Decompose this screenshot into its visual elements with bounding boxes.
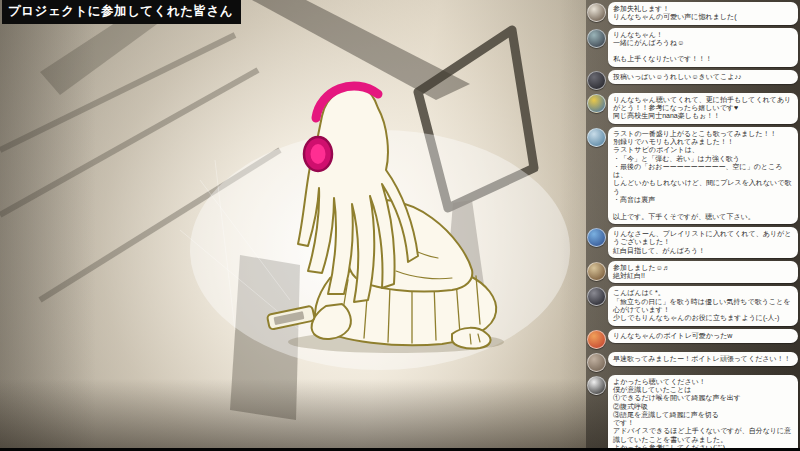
chat-message-line: しんどいかもしれないけど、間にブレスを入れないで歌う bbox=[613, 179, 793, 196]
chat-message-line: りんなちゃんのボイトレ可愛かったw bbox=[613, 332, 793, 340]
chat-message-line: 別録りでハモリも入れてみました！！ bbox=[613, 138, 793, 146]
chat-message-bubble: りんなちゃん聴いてくれて、更に拍手もしてくれてありがとう！！参考になったら嬉しい… bbox=[608, 93, 798, 124]
chat-message-line: 参加しました☺♬ bbox=[613, 264, 793, 272]
chat-message-line: りんなちゃん聴いてくれて、更に拍手もしてくれてありがとう！！参考になったら嬉しい… bbox=[613, 96, 793, 113]
chat-message-line: 紅白目指して、がんばろう！ bbox=[613, 247, 793, 255]
avatar[interactable] bbox=[587, 228, 606, 247]
chat-message-line: りんなちゃんの可愛い声に惚れました( bbox=[613, 13, 793, 21]
chat-message-bubble: りんなちゃんのボイトレ可愛かったw bbox=[608, 329, 798, 343]
chat-message: りんなさーん、プレイリストに入れてくれて、ありがとうございました！紅白目指して、… bbox=[587, 227, 798, 258]
chat-message-bubble: こんばんは☾*。「旅立ちの日に」を歌う時は優しい気持ちで歌うことを心がけています… bbox=[608, 286, 798, 325]
chat-message-line: ②腹式呼吸 bbox=[613, 403, 793, 411]
chat-message-bubble: 参加失礼します！りんなちゃんの可愛い声に惚れました( bbox=[608, 2, 798, 25]
headphone-earcup-inner bbox=[311, 144, 326, 164]
chat-message-line: 早速歌ってみましたー！ボイトレ頑張ってください！！ bbox=[613, 355, 793, 363]
chat-message-line: 参加失礼します！ bbox=[613, 5, 793, 13]
chat-message-line: 僕が意識していたことは bbox=[613, 386, 793, 394]
smartphone bbox=[267, 306, 315, 330]
chat-panel: 参加失礼します！りんなちゃんの可愛い声に惚れました( りんなちゃん！一緒にがんば… bbox=[586, 0, 800, 451]
chat-message-bubble: 参加しました☺♬絶対紅白!! bbox=[608, 261, 798, 284]
chat-message-line bbox=[613, 204, 793, 212]
avatar[interactable] bbox=[587, 262, 606, 281]
chat-message-line: 私も上手くなりたいです！！！ bbox=[613, 55, 793, 63]
chat-message-line: ①できるだけ喉を開いて綺麗な声を出す bbox=[613, 394, 793, 402]
chat-message-line: です！ bbox=[613, 419, 793, 427]
avatar[interactable] bbox=[587, 330, 606, 349]
chat-message-bubble: 早速歌ってみましたー！ボイトレ頑張ってください！！ bbox=[608, 352, 798, 366]
chat-message-line: ・最後の「おおーーーーーーーーー、空に」のところは、 bbox=[613, 163, 793, 180]
avatar[interactable] bbox=[587, 94, 606, 113]
chat-message-line: 一緒にがんばろうね☺ bbox=[613, 39, 793, 47]
chat-message: 参加しました☺♬絶対紅白!! bbox=[587, 261, 798, 284]
avatar[interactable] bbox=[587, 71, 606, 90]
chat-message-line: ラストの一番盛り上がるとこも歌ってみました！！ bbox=[613, 130, 793, 138]
chat-message-line: アドバイスできるほど上手くないですが、自分なりに意識していたことを書いてみました… bbox=[613, 427, 793, 444]
chat-message-bubble: 投稿いっぱい☺うれしい☺きいてこよ♪♪ bbox=[608, 70, 798, 84]
chat-message-line: 「旅立ちの日に」を歌う時は優しい気持ちで歌うことを心がけています！ bbox=[613, 298, 793, 315]
chat-message: りんなちゃん聴いてくれて、更に拍手もしてくれてありがとう！！参考になったら嬉しい… bbox=[587, 93, 798, 124]
chat-message-bubble: ラストの一番盛り上がるとこも歌ってみました！！別録りでハモリも入れてみました！！… bbox=[608, 127, 798, 224]
chat-message-line: ラストサビのポイントは、 bbox=[613, 146, 793, 154]
chat-message-line: よかったら聴いてください！ bbox=[613, 378, 793, 386]
chat-message: りんなちゃん！一緒にがんばろうね☺ 私も上手くなりたいです！！！ bbox=[587, 28, 798, 67]
chat-message: りんなちゃんのボイトレ可愛かったw bbox=[587, 329, 798, 349]
chat-message-bubble: りんなさーん、プレイリストに入れてくれて、ありがとうございました！紅白目指して、… bbox=[608, 227, 798, 258]
avatar[interactable] bbox=[587, 29, 606, 48]
credits-panel: プロジェクトに参加してくれた皆さん bbox=[2, 0, 342, 22]
chat-message-line: ・「今」と「弾む、若い」は力強く歌う bbox=[613, 155, 793, 163]
chat-message: 参加失礼します！りんなちゃんの可愛い声に惚れました( bbox=[587, 2, 798, 25]
avatar[interactable] bbox=[587, 376, 606, 395]
avatar[interactable] bbox=[587, 353, 606, 372]
avatar[interactable] bbox=[587, 3, 606, 22]
chat-message-line: 絶対紅白!! bbox=[613, 272, 793, 280]
chat-message-line: 以上です。下手くそですが、聴いて下さい。 bbox=[613, 213, 793, 221]
foot bbox=[452, 328, 491, 349]
credits-title: プロジェクトに参加してくれた皆さん bbox=[2, 0, 241, 24]
chat-message-line: ・高音は裏声 bbox=[613, 196, 793, 204]
chat-message-line: こんばんは☾*。 bbox=[613, 289, 793, 297]
chat-message-line: りんなさーん、プレイリストに入れてくれて、ありがとうございました！ bbox=[613, 230, 793, 247]
chat-message: 早速歌ってみましたー！ボイトレ頑張ってください！！ bbox=[587, 352, 798, 372]
avatar[interactable] bbox=[587, 287, 606, 306]
chat-message-line: りんなちゃん！ bbox=[613, 31, 793, 39]
chat-message: よかったら聴いてください！僕が意識していたことは①できるだけ喉を開いて綺麗な声を… bbox=[587, 375, 798, 451]
chat-message-line: 投稿いっぱい☺うれしい☺きいてこよ♪♪ bbox=[613, 73, 793, 81]
chat-message-line bbox=[613, 47, 793, 55]
video-frame[interactable]: プロジェクトに参加してくれた皆さん 参加失礼します！りんなちゃんの可愛い声に惚れ… bbox=[0, 0, 800, 451]
chat-message: ラストの一番盛り上がるとこも歌ってみました！！別録りでハモリも入れてみました！！… bbox=[587, 127, 798, 224]
girl-illustration bbox=[256, 66, 556, 356]
chat-message-bubble: りんなちゃん！一緒にがんばろうね☺ 私も上手くなりたいです！！！ bbox=[608, 28, 798, 67]
chat-message-line: ③語尾を意識して綺麗に声を切る bbox=[613, 411, 793, 419]
chat-message: こんばんは☾*。「旅立ちの日に」を歌う時は優しい気持ちで歌うことを心がけています… bbox=[587, 286, 798, 325]
chat-message-line: 同じ高校生同士nana楽しもぉ！！ bbox=[613, 112, 793, 120]
avatar[interactable] bbox=[587, 128, 606, 147]
chat-message-line: 少しでもりんなちゃんのお役に立ちますように(-人-) bbox=[613, 314, 793, 322]
chat-message: 投稿いっぱい☺うれしい☺きいてこよ♪♪ bbox=[587, 70, 798, 90]
chat-message-bubble: よかったら聴いてください！僕が意識していたことは①できるだけ喉を開いて綺麗な声を… bbox=[608, 375, 798, 451]
